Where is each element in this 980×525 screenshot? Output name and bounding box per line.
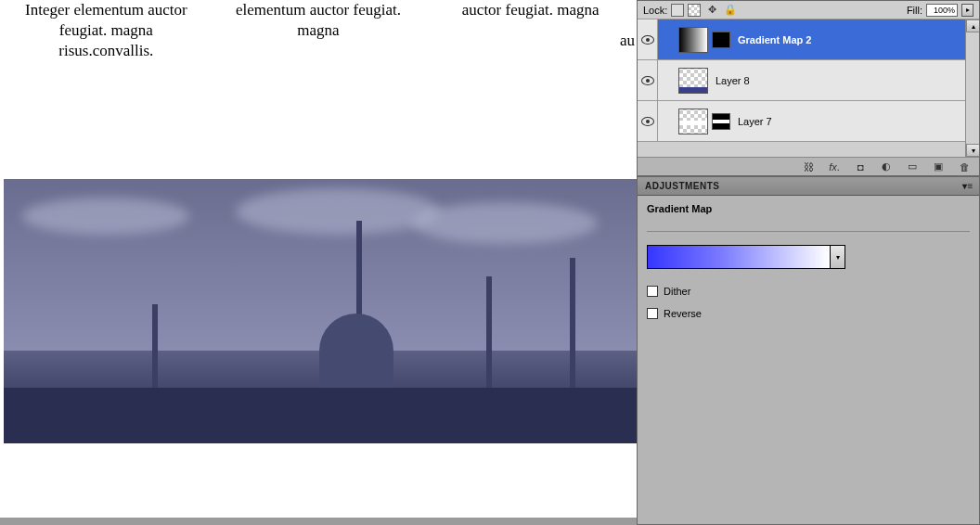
visibility-eye-icon[interactable] — [641, 35, 654, 45]
layer-row-gradient-map-2[interactable]: Gradient Map 2 — [638, 19, 979, 60]
adjustments-panel: ADJUSTMENTS ▾≡ Gradient Map ▾ Dither Rev… — [637, 176, 980, 525]
visibility-eye-icon[interactable] — [641, 117, 654, 126]
fill-label: Fill: — [907, 5, 922, 16]
delete-layer-icon[interactable]: 🗑 — [957, 160, 972, 174]
text-column-3: auctor feugiat. magna — [443, 0, 618, 61]
document-canvas[interactable]: Integer elementum auctor feugiat. magna … — [0, 0, 637, 525]
text-column-1: Integer elementum auctor feugiat. magna … — [19, 0, 194, 61]
layer-list: Gradient Map 2 Layer 8 Layer 7 ▴ ▾ — [638, 19, 979, 157]
layer-mask-thumbnail[interactable] — [712, 113, 730, 130]
dither-label: Dither — [664, 286, 690, 297]
adjustments-tab[interactable]: ADJUSTMENTS ▾≡ — [638, 177, 979, 196]
reverse-label: Reverse — [664, 308, 702, 319]
layers-scrollbar[interactable]: ▴ ▾ — [965, 19, 979, 157]
text-column-2: elementum auctor feugiat. magna — [231, 0, 406, 61]
visibility-eye-icon[interactable] — [641, 76, 654, 85]
canvas-image — [4, 179, 637, 443]
adjustments-tab-label: ADJUSTMENTS — [645, 181, 720, 191]
lock-transparent-icon[interactable] — [671, 4, 684, 17]
adjustment-layer-icon[interactable]: ◐ — [879, 160, 894, 174]
new-group-icon[interactable]: ▭ — [905, 160, 920, 174]
layer-thumbnail[interactable] — [678, 68, 708, 94]
fx-icon[interactable]: fx. — [827, 160, 842, 174]
scroll-up-icon[interactable]: ▴ — [966, 19, 979, 32]
new-layer-icon[interactable]: ▣ — [931, 160, 946, 174]
lock-position-icon[interactable]: ✥ — [704, 3, 719, 18]
fill-slider-button[interactable]: ▸ — [961, 4, 974, 17]
dither-checkbox[interactable] — [647, 286, 658, 297]
adjustment-title: Gradient Map — [647, 203, 970, 214]
reverse-checkbox[interactable] — [647, 308, 658, 319]
lock-label: Lock: — [643, 5, 667, 16]
layers-toolbar: ⛓ fx. ◘ ◐ ▭ ▣ 🗑 — [638, 157, 979, 175]
layer-row-layer-7[interactable]: Layer 7 — [638, 101, 979, 142]
canvas-bottom-border — [0, 518, 637, 525]
layer-thumbnail[interactable] — [678, 27, 708, 53]
layers-panel: Lock: ✥ 🔒 Fill: ▸ Gradient Map 2 — [637, 0, 980, 176]
divider — [647, 231, 970, 232]
gradient-dropdown-button[interactable]: ▾ — [831, 245, 845, 269]
text-column-4-partial: au — [620, 32, 635, 50]
layers-lock-row: Lock: ✥ 🔒 Fill: ▸ — [638, 1, 979, 19]
link-layers-icon[interactable]: ⛓ — [801, 160, 816, 174]
layer-name[interactable]: Gradient Map 2 — [738, 34, 811, 45]
layer-mask-thumbnail[interactable] — [712, 32, 730, 48]
scroll-down-icon[interactable]: ▾ — [966, 144, 979, 157]
panel-menu-icon[interactable]: ▾≡ — [961, 179, 975, 192]
layer-mask-icon[interactable]: ◘ — [853, 160, 868, 174]
gradient-preview[interactable] — [647, 245, 831, 269]
lock-image-icon[interactable] — [688, 4, 701, 17]
lock-all-icon[interactable]: 🔒 — [723, 3, 738, 18]
layer-name[interactable]: Layer 7 — [738, 116, 772, 127]
layer-name[interactable]: Layer 8 — [716, 75, 750, 86]
fill-input[interactable] — [926, 4, 958, 17]
layer-row-layer-8[interactable]: Layer 8 — [638, 60, 979, 101]
layer-thumbnail[interactable] — [678, 109, 708, 134]
panels-sidebar: Lock: ✥ 🔒 Fill: ▸ Gradient Map 2 — [637, 0, 980, 525]
